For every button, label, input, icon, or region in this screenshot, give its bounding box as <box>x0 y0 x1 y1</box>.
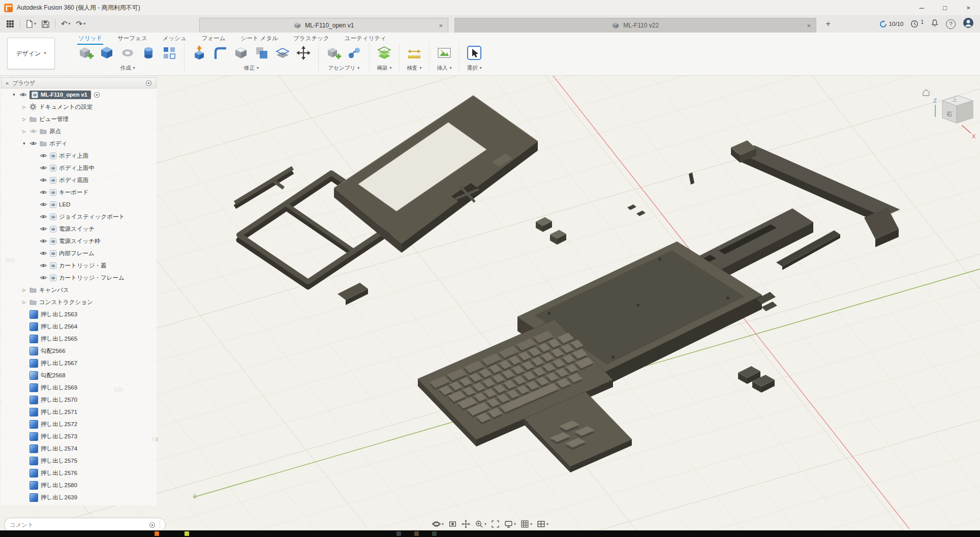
model-clips[interactable] <box>627 204 646 216</box>
expand-arrow-icon[interactable]: ▷ <box>21 288 27 292</box>
target-icon[interactable] <box>145 80 152 86</box>
job-status[interactable]: 10/10 <box>879 20 904 28</box>
group-construct-label[interactable]: 構築▾ <box>377 65 391 72</box>
expand-arrow-icon[interactable]: ▼ <box>21 141 27 146</box>
visibility-eye-icon[interactable] <box>40 251 47 256</box>
file-menu-icon[interactable]: ▾ <box>26 20 36 28</box>
taskbar-app-icon[interactable] <box>414 531 419 536</box>
browser-body-row[interactable]: ボディ上面 <box>1 150 157 162</box>
browser-body-row[interactable]: 内部フレーム <box>1 247 157 259</box>
construction-plane-icon[interactable] <box>376 45 392 61</box>
visibility-eye-icon[interactable] <box>40 165 47 170</box>
new-tab-button[interactable]: + <box>821 19 835 29</box>
browser-feature-row[interactable]: 押し出し2564 <box>1 320 157 333</box>
visibility-eye-icon[interactable] <box>19 92 27 97</box>
loft-icon[interactable] <box>119 45 136 61</box>
expand-arrow-icon[interactable]: ▼ <box>11 93 17 97</box>
exploded-model[interactable] <box>235 96 900 472</box>
browser-body-row[interactable]: ボディ底面 <box>1 174 157 186</box>
browser-body-row[interactable]: ジョイスティックポート <box>1 211 157 223</box>
combine-icon[interactable] <box>254 45 270 61</box>
browser-feature-row[interactable]: 押し出し2569 <box>1 381 157 394</box>
browser-body-row[interactable]: カートリッジ・蓋 <box>1 259 157 272</box>
browser-item-bodies[interactable]: ▼ ボディ <box>1 137 157 150</box>
browser-feature-row[interactable]: 押し出し2639 <box>1 491 157 503</box>
model-top-case[interactable] <box>334 96 538 253</box>
insert-canvas-icon[interactable] <box>436 45 452 61</box>
select-cursor-icon[interactable] <box>466 45 482 61</box>
redo-icon[interactable]: ↷▾ <box>76 19 86 28</box>
tab-document-active[interactable]: ML-F110_open v1 × <box>199 18 448 33</box>
browser-body-row[interactable]: 電源スイッチ枠 <box>1 235 157 247</box>
visibility-eye-icon[interactable] <box>40 214 47 219</box>
user-avatar[interactable] <box>963 17 974 31</box>
group-select-label[interactable]: 選択▾ <box>467 65 481 72</box>
model-cursor-buttons[interactable] <box>536 217 566 245</box>
browser-feature-row[interactable]: 押し出し2567 <box>1 357 157 369</box>
browser-feature-row[interactable]: 押し出し2576 <box>1 467 157 479</box>
group-modify-label[interactable]: 修正▾ <box>244 65 259 72</box>
browser-body-row[interactable]: 電源スイッチ <box>1 223 157 235</box>
browser-feature-row[interactable]: 押し出し2575 <box>1 455 157 467</box>
undo-icon[interactable]: ↶▾ <box>61 19 71 28</box>
fillet-icon[interactable] <box>212 45 228 61</box>
browser-feature-row[interactable]: 勾配2568 <box>1 369 157 381</box>
browser-body-row[interactable]: カートリッジ・フレーム <box>1 272 157 284</box>
visibility-eye-icon[interactable] <box>40 275 47 280</box>
assembly-component-icon[interactable] <box>325 45 342 61</box>
expand-arrow-icon[interactable]: ▷ <box>21 117 27 122</box>
collapse-panel-icon[interactable]: « <box>6 80 9 86</box>
browser-feature-row[interactable]: 押し出し2571 <box>1 406 157 418</box>
browser-feature-row[interactable]: 押し出し2572 <box>1 418 157 430</box>
browser-root-row[interactable]: ▼ ML-F110_open v1 <box>1 88 157 101</box>
press-pull-icon[interactable] <box>191 45 207 61</box>
group-insert-label[interactable]: 挿入▾ <box>437 65 451 72</box>
visibility-eye-icon[interactable] <box>40 202 47 207</box>
group-create-label[interactable]: 作成▾ <box>120 65 135 72</box>
minimize-button[interactable]: ─ <box>910 0 933 15</box>
taskbar-app-icon[interactable] <box>396 531 401 536</box>
close-button[interactable]: × <box>957 0 980 15</box>
new-component-icon[interactable] <box>78 45 94 61</box>
browser-feature-row[interactable]: 押し出し2573 <box>1 430 157 442</box>
visibility-eye-icon[interactable] <box>40 238 47 244</box>
shell-icon[interactable] <box>233 45 249 61</box>
comment-box[interactable]: コメント <box>4 518 166 532</box>
extension-clock-icon[interactable]: 1 <box>910 20 924 28</box>
browser-item-document-settings[interactable]: ▷ ドキュメントの設定 <box>1 101 157 113</box>
browser-feature-row[interactable]: 押し出し2565 <box>1 333 157 345</box>
browser-feature-row[interactable]: 押し出し2563 <box>1 308 157 320</box>
visibility-eye-icon[interactable] <box>29 141 37 146</box>
expand-arrow-icon[interactable]: ▷ <box>21 300 27 305</box>
visibility-eye-icon[interactable] <box>40 177 47 183</box>
visibility-eye-icon[interactable] <box>40 226 47 231</box>
view-cube[interactable]: Z 上 右 X <box>919 85 977 144</box>
orbit-button[interactable]: ▾ <box>432 520 444 528</box>
browser-feature-row[interactable]: 勾配2566 <box>1 345 157 357</box>
save-icon[interactable] <box>42 20 49 28</box>
notifications-bell-icon[interactable] <box>931 19 939 29</box>
move-icon[interactable] <box>295 45 312 61</box>
joint-icon[interactable] <box>346 45 362 61</box>
browser-feature-row[interactable]: 押し出し2580 <box>1 479 157 491</box>
visibility-eye-icon[interactable] <box>40 190 47 195</box>
help-icon[interactable]: ? <box>946 19 956 29</box>
tab-document-inactive[interactable]: ML-F110 v22 × <box>454 18 816 33</box>
fit-button[interactable] <box>491 520 500 528</box>
browser-body-row[interactable]: LED <box>1 198 157 211</box>
grid-snap-button[interactable]: ▾ <box>520 520 532 528</box>
workspace-selector[interactable]: デザイン ▾ <box>7 38 55 69</box>
browser-feature-row[interactable]: 押し出し2570 <box>1 394 157 406</box>
measure-icon[interactable] <box>406 45 422 61</box>
group-inspect-label[interactable]: 検査▾ <box>407 65 421 72</box>
expand-arrow-icon[interactable]: ▷ <box>21 105 27 109</box>
revolve-icon[interactable] <box>140 45 157 61</box>
model-pin[interactable] <box>689 172 694 185</box>
visibility-eye-icon[interactable] <box>40 153 47 158</box>
os-taskbar[interactable] <box>0 530 980 537</box>
browser-feature-row[interactable]: 押し出し2574 <box>1 442 157 455</box>
activate-target-icon[interactable] <box>94 92 100 98</box>
browser-item-view-management[interactable]: ▷ ビュー管理 <box>1 113 157 125</box>
browser-body-row[interactable]: ボディ上面中 <box>1 162 157 174</box>
offset-face-icon[interactable] <box>274 45 291 61</box>
